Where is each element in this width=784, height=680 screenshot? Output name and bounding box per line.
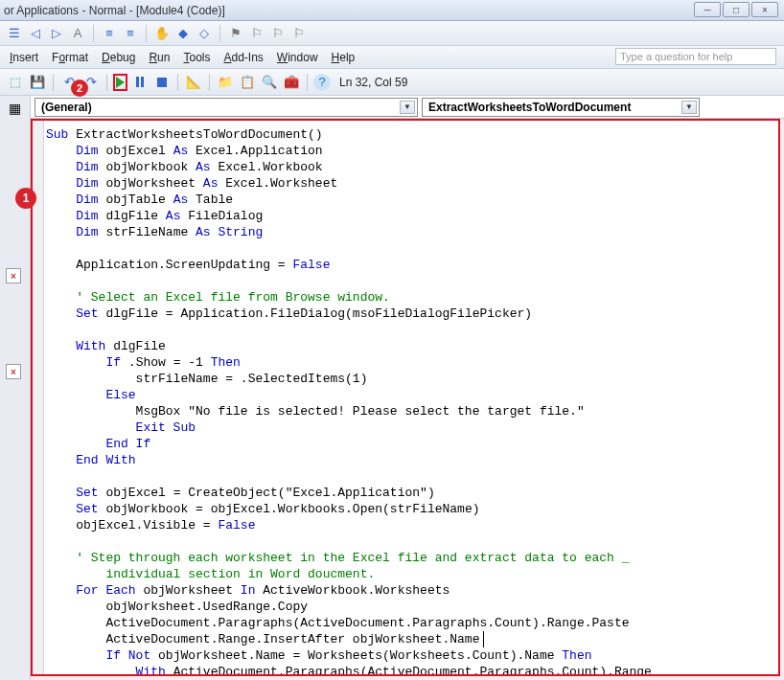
properties-icon[interactable]: 📋 [238, 73, 257, 92]
annotation-badge-1: 1 [15, 188, 36, 209]
font-icon[interactable]: A [69, 25, 86, 42]
tool-a-icon[interactable]: ⚑ [227, 25, 244, 42]
annotation-badge-2: 2 [71, 79, 88, 97]
menu-tools[interactable]: Tools [183, 51, 210, 64]
bookmark-toggle-icon[interactable]: ◆ [174, 25, 192, 42]
tool-b-icon[interactable]: ⚐ [248, 25, 265, 42]
title-bar: or Applications - Normal - [Module4 (Cod… [0, 0, 784, 21]
dedent-block-icon[interactable]: ≡ [101, 25, 118, 42]
menu-addins[interactable]: Add-Ins [223, 51, 263, 64]
window-controls: ─ □ × [694, 2, 778, 17]
object-dropdown[interactable]: (General) ▼ [35, 98, 418, 117]
maximize-button[interactable]: □ [723, 2, 749, 17]
tool-c-icon[interactable]: ⚐ [269, 25, 287, 42]
code-text[interactable]: Sub ExtractWorksheetsToWordDocument() Di… [46, 126, 772, 669]
indent-block-icon[interactable]: ≡ [122, 25, 139, 42]
separator [106, 74, 107, 91]
code-editor[interactable]: Sub ExtractWorksheetsToWordDocument() Di… [31, 119, 780, 676]
separator [177, 74, 178, 91]
menu-run[interactable]: Run [149, 51, 170, 64]
menu-format[interactable]: Format [52, 51, 88, 64]
dropdown-arrow-icon[interactable]: ▼ [681, 101, 697, 114]
separator [219, 25, 220, 42]
help-icon[interactable]: ? [313, 74, 331, 91]
left-gutter: ▦ [0, 96, 31, 680]
minimize-button[interactable]: ─ [694, 2, 721, 17]
indent-icon[interactable]: ▷ [48, 25, 65, 42]
object-browser-icon[interactable]: 🔍 [260, 73, 279, 92]
separator [93, 25, 94, 42]
list-icon[interactable]: ☰ [6, 25, 23, 42]
design-mode-icon[interactable]: 📐 [184, 73, 203, 92]
help-search-input[interactable]: Type a question for help [615, 48, 776, 65]
stop-icon [157, 78, 167, 87]
bookmark-next-icon[interactable]: ◇ [196, 25, 213, 42]
outdent-icon[interactable]: ◁ [27, 25, 44, 42]
gutter-icon[interactable]: ▦ [7, 100, 24, 117]
project-explorer-icon[interactable]: 📁 [216, 73, 235, 92]
pause-icon [136, 77, 144, 87]
menu-debug[interactable]: Debug [102, 51, 135, 64]
menu-insert[interactable]: Insert [10, 51, 38, 64]
left-toolbox: × × [6, 268, 21, 379]
close-pane-icon[interactable]: × [6, 364, 21, 379]
play-icon [116, 77, 125, 88]
toolbox-icon[interactable]: 🧰 [282, 73, 301, 92]
object-procedure-row: (General) ▼ ExtractWorksheetsToWordDocum… [31, 96, 784, 119]
run-button[interactable] [113, 74, 127, 91]
separator [307, 74, 308, 91]
stop-button[interactable] [152, 73, 172, 92]
procedure-dropdown[interactable]: ExtractWorksheetsToWordDocument ▼ [422, 98, 700, 117]
menu-window[interactable]: Window [277, 51, 318, 64]
separator [53, 74, 54, 91]
menu-help[interactable]: Help [332, 51, 356, 64]
dropdown-arrow-icon[interactable]: ▼ [400, 101, 415, 114]
project-icon[interactable]: ⬚ [6, 73, 25, 92]
window-title: or Applications - Normal - [Module4 (Cod… [4, 4, 225, 17]
hand-icon[interactable]: ✋ [153, 25, 171, 42]
close-pane-icon[interactable]: × [6, 268, 21, 283]
close-button[interactable]: × [751, 2, 778, 17]
toolbar-text: ☰ ◁ ▷ A ≡ ≡ ✋ ◆ ◇ ⚑ ⚐ ⚐ ⚐ [0, 21, 784, 46]
object-dropdown-value: (General) [41, 101, 92, 114]
pause-button[interactable] [130, 73, 150, 92]
separator [146, 25, 147, 42]
separator [209, 74, 210, 91]
toolbar-debug: ⬚ 💾 ↶ ↷ 📐 📁 📋 🔍 🧰 ? Ln 32, Col 59 [0, 69, 784, 96]
save-icon[interactable]: 💾 [28, 73, 47, 92]
procedure-dropdown-value: ExtractWorksheetsToWordDocument [428, 101, 631, 114]
tool-d-icon[interactable]: ⚐ [290, 25, 308, 42]
cursor-position: Ln 32, Col 59 [339, 76, 407, 89]
